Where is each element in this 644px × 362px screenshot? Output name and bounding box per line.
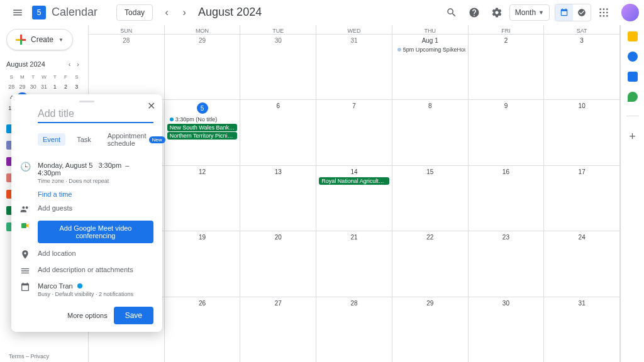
prev-month-button[interactable]: ‹ [158,4,175,21]
day-number: 13 [242,167,314,177]
organizer-name[interactable]: Marco Tran [38,282,73,290]
main-menu-button[interactable] [5,0,30,25]
day-cell[interactable]: 53:30pm (No title)New South Wales Bank H… [165,100,241,165]
side-panel: + [620,25,644,362]
event-date[interactable]: Monday, August 5 [38,162,92,169]
close-button[interactable]: ✕ [143,98,158,113]
create-button[interactable]: Create ▼ [6,29,73,50]
dow-header: SUN [89,25,165,34]
day-cell[interactable]: 2 [469,35,545,99]
day-cell[interactable]: 22 [392,231,469,296]
more-options-button[interactable]: More options [67,312,108,319]
next-month-button[interactable]: › [175,4,193,21]
help-icon [469,7,480,18]
mini-cal-day[interactable]: 1 [50,82,60,92]
calendar-event[interactable]: 3:30pm (No title) [167,116,238,123]
event-title-input[interactable] [38,106,153,123]
day-cell[interactable]: 28 [89,35,165,99]
mini-cal-day[interactable]: 30 [28,82,38,92]
month-nav: ‹ › [158,4,193,21]
svg-point-8 [606,15,608,17]
calendar-event[interactable]: Royal National Agricultural Show Day [319,177,389,185]
contacts-icon[interactable] [628,72,638,82]
add-panel-button[interactable]: + [629,130,636,143]
day-number: 7 [318,101,391,111]
day-number: 8 [394,101,467,111]
day-cell[interactable]: 27 [240,297,316,362]
account-avatar[interactable] [621,4,639,21]
save-button[interactable]: Save [114,307,153,324]
add-guests-field[interactable]: Add guests [38,204,153,212]
day-cell[interactable]: 13 [240,166,316,231]
day-cell[interactable]: 6 [240,100,316,165]
day-cell[interactable]: 26 [165,297,241,362]
day-cell[interactable]: 10 [544,100,620,165]
settings-button[interactable] [487,3,507,23]
organizer-sub[interactable]: Busy · Default visibility · 2 notificati… [38,291,153,297]
day-cell[interactable]: 23 [469,231,545,296]
mini-cal-next[interactable]: › [74,59,82,69]
calendar-event[interactable]: 5pm Upcoming SpikeHour [395,46,465,53]
tasks-view-button[interactable] [573,4,591,21]
mini-cal-day[interactable]: 29 [17,82,27,92]
day-number: 9 [470,101,543,111]
tab-appointment[interactable]: Appointment schedule New [103,129,170,150]
mini-cal-day[interactable]: 31 [39,82,49,92]
terms-link[interactable]: Terms [9,353,25,359]
today-button[interactable]: Today [116,4,153,21]
day-cell[interactable]: 16 [469,166,545,231]
event-end-time[interactable]: 4:30pm [38,169,61,177]
dow-header: TUE [240,25,316,34]
mini-cal-day[interactable]: 28 [6,82,16,92]
day-number: 31 [545,299,618,308]
day-cell[interactable]: 3 [544,35,620,99]
day-cell[interactable]: 8 [392,100,469,165]
find-time-link[interactable]: Find a time [38,190,153,198]
tasks-icon[interactable] [628,52,638,62]
day-cell[interactable]: 20 [240,231,316,296]
apps-button[interactable] [594,3,614,23]
day-cell[interactable]: 19 [165,231,241,296]
day-cell[interactable]: 21 [316,231,392,296]
day-cell[interactable]: 14Royal National Agricultural Show Day [316,166,392,231]
calendar-event[interactable]: New South Wales Bank Holiday (New [167,124,238,131]
day-cell[interactable]: 7 [316,100,392,165]
add-meet-button[interactable]: Add Google Meet video conferencing [38,221,153,243]
keep-icon[interactable] [628,31,638,41]
day-cell[interactable]: 29 [392,297,469,362]
day-cell[interactable]: 24 [544,231,620,296]
svg-point-4 [603,11,605,13]
day-cell[interactable]: 9 [469,100,545,165]
day-cell[interactable]: Aug 15pm Upcoming SpikeHour [392,35,469,99]
day-cell[interactable]: 30 [469,297,545,362]
day-cell[interactable]: 17 [544,166,620,231]
event-start-time[interactable]: 3:30pm [98,162,121,169]
tab-task[interactable]: Task [72,133,96,146]
privacy-link[interactable]: Privacy [31,353,50,359]
day-cell[interactable]: 15 [392,166,469,231]
tab-event[interactable]: Event [38,133,65,146]
day-cell[interactable]: 28 [316,297,392,362]
add-description-field[interactable]: Add description or attachments [38,266,153,273]
day-cell[interactable]: 12 [165,166,241,231]
day-cell[interactable]: 29 [165,35,241,99]
search-button[interactable] [441,3,462,23]
mini-cal-day[interactable]: 3 [72,82,82,92]
day-cell[interactable]: 31 [316,35,392,99]
dow-header: THU [392,25,469,34]
people-icon [20,204,30,214]
chevron-down-icon: ▼ [538,9,544,16]
help-button[interactable] [464,3,484,23]
day-cell[interactable]: 31 [544,297,620,362]
mini-cal-prev[interactable]: ‹ [66,59,74,69]
day-number: 19 [166,233,239,242]
calendar-event[interactable]: Northern Territory Picnic Day (Northe [167,132,238,140]
calendar-view-button[interactable] [555,4,573,21]
month-grid: SUNMONTUEWEDTHUFRISAT 28293031Aug 15pm U… [88,25,620,362]
mini-cal-day[interactable]: 2 [60,82,70,92]
view-selector[interactable]: Month ▼ [509,4,550,21]
repeat-text[interactable]: Time zone · Does not repeat [38,178,153,184]
day-cell[interactable]: 30 [240,35,316,99]
maps-icon[interactable] [628,92,638,102]
add-location-field[interactable]: Add location [38,250,153,257]
